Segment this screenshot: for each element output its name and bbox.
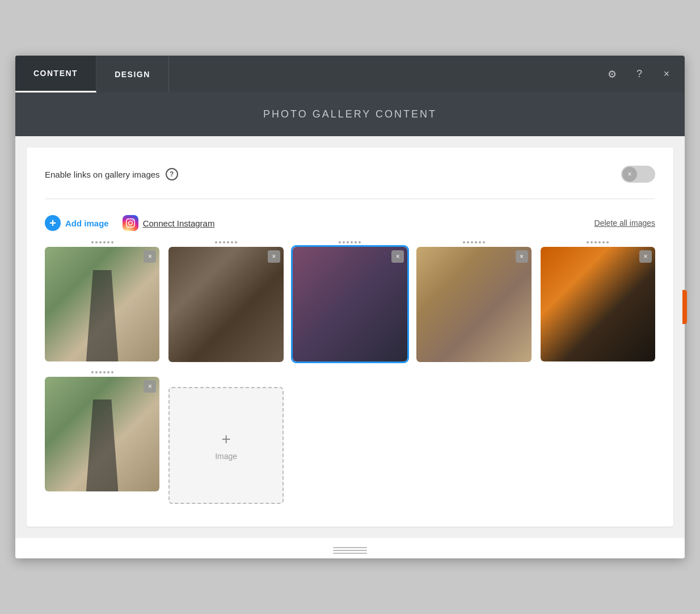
add-placeholder-content: + Image	[170, 388, 282, 503]
connect-instagram-label: Connect Instagram	[143, 218, 215, 228]
drag-dot	[347, 241, 349, 243]
drag-dot	[587, 241, 589, 243]
drag-dot	[99, 371, 102, 373]
gallery-image-5[interactable]	[541, 247, 655, 361]
drag-dot	[467, 241, 469, 243]
enable-links-toggle[interactable]: ×	[621, 166, 655, 183]
toggle-x-icon: ×	[627, 170, 631, 178]
add-image-placeholder-item: + Image	[168, 371, 283, 504]
action-bar-left: + Add image Connect Instagram	[45, 215, 214, 231]
drag-dot	[111, 371, 113, 373]
list-item: ×	[168, 241, 283, 361]
drag-dot	[95, 371, 98, 373]
drag-dot	[471, 241, 473, 243]
image-wrapper: ×	[45, 247, 159, 361]
image-wrapper: ×	[416, 247, 531, 361]
list-item: ×	[293, 241, 407, 361]
gallery-image-1[interactable]	[45, 247, 159, 361]
toggle-label-group: Enable links on gallery images ?	[45, 168, 178, 180]
drag-dot	[355, 241, 357, 243]
gallery-image-3[interactable]	[293, 247, 407, 361]
drag-dot	[227, 241, 229, 243]
image-grid-row2: × + Image	[45, 371, 655, 504]
drag-handle[interactable]	[339, 241, 361, 243]
remove-image-button[interactable]: ×	[639, 250, 652, 263]
drag-dot	[91, 371, 94, 373]
drag-dot	[111, 241, 113, 243]
topbar: CONTENT DESIGN ⚙ ? ×	[15, 56, 685, 92]
gallery-image-2[interactable]	[168, 247, 283, 361]
drag-dot	[215, 241, 217, 243]
main-content: Enable links on gallery images ? ×	[15, 136, 685, 538]
app-window: CONTENT DESIGN ⚙ ? × PHOTO GALLERY CONTE…	[15, 56, 685, 558]
page-title: PHOTO GALLERY CONTENT	[15, 108, 685, 120]
image-grid-row1: ×	[45, 241, 655, 361]
drag-dot	[95, 241, 98, 243]
add-image-label: Add image	[65, 218, 109, 228]
drag-dot	[479, 241, 481, 243]
toggle-row: Enable links on gallery images ? ×	[45, 166, 655, 199]
delete-all-button[interactable]: Delete all images	[594, 218, 655, 228]
drag-dot	[606, 241, 609, 243]
instagram-icon	[123, 215, 138, 231]
image-wrapper: ×	[45, 377, 159, 491]
drag-dot	[219, 241, 221, 243]
tab-design[interactable]: DESIGN	[96, 56, 169, 92]
toggle-help-icon[interactable]: ?	[166, 168, 178, 180]
drag-dot	[483, 241, 485, 243]
drag-dot	[223, 241, 225, 243]
drag-dot	[598, 241, 601, 243]
remove-image-button[interactable]: ×	[144, 380, 156, 393]
drag-dot	[107, 371, 109, 373]
drag-dot	[107, 241, 109, 243]
settings-button[interactable]: ⚙	[600, 62, 625, 87]
help-button[interactable]: ?	[627, 62, 652, 87]
drag-dot	[359, 241, 361, 243]
drag-handle[interactable]	[587, 241, 609, 243]
remove-image-button[interactable]: ×	[391, 250, 404, 263]
remove-image-button[interactable]: ×	[516, 250, 528, 263]
scroll-line	[333, 547, 367, 548]
gallery-image-6[interactable]	[45, 377, 159, 491]
drag-dot	[235, 241, 237, 243]
scroll-line	[333, 550, 367, 551]
drag-dot	[602, 241, 605, 243]
tab-content[interactable]: CONTENT	[15, 56, 96, 92]
add-placeholder-label: Image	[215, 452, 237, 461]
drag-handle[interactable]	[91, 241, 113, 243]
topbar-actions: ⚙ ? ×	[600, 56, 685, 92]
image-wrapper: ×	[168, 247, 283, 361]
right-accent	[682, 290, 687, 324]
image-wrapper: ×	[541, 247, 655, 361]
gallery-image-4[interactable]	[416, 247, 531, 361]
toggle-label-text: Enable links on gallery images	[45, 170, 160, 179]
remove-image-button[interactable]: ×	[144, 250, 156, 263]
drag-dot	[351, 241, 353, 243]
delete-all-label: Delete all images	[594, 218, 655, 228]
drag-handle[interactable]	[463, 241, 485, 243]
drag-dot	[463, 241, 465, 243]
drag-dot	[103, 241, 106, 243]
add-image-placeholder[interactable]: + Image	[168, 387, 283, 504]
connect-instagram-button[interactable]: Connect Instagram	[123, 215, 215, 231]
drag-dot	[343, 241, 345, 243]
scroll-hint	[15, 538, 685, 558]
add-image-button[interactable]: + Add image	[45, 215, 109, 231]
remove-image-button[interactable]: ×	[268, 250, 280, 263]
action-bar: + Add image Connect Instagram	[45, 215, 655, 231]
image-wrapper-selected: ×	[293, 247, 407, 361]
add-image-plus-icon: +	[49, 217, 56, 229]
list-item: ×	[541, 241, 655, 361]
scroll-line	[333, 553, 367, 554]
drag-handle[interactable]	[91, 371, 113, 373]
panel: Enable links on gallery images ? ×	[27, 148, 673, 527]
drag-dot	[91, 241, 94, 243]
drag-dot	[594, 241, 597, 243]
drag-dot	[99, 241, 102, 243]
drag-dot	[591, 241, 593, 243]
drag-handle[interactable]	[215, 241, 237, 243]
close-icon: ×	[664, 68, 670, 80]
list-item: ×	[416, 241, 531, 361]
drag-dot	[231, 241, 233, 243]
close-button[interactable]: ×	[654, 62, 679, 87]
